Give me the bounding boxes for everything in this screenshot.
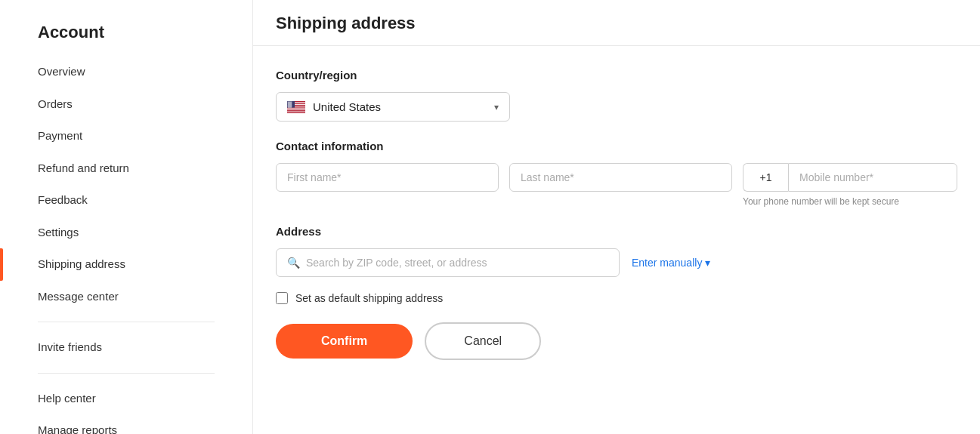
- svg-point-38: [289, 104, 290, 105]
- last-name-input[interactable]: [509, 163, 732, 192]
- svg-point-20: [288, 102, 289, 103]
- main-content: Shipping address Country/region: [253, 0, 980, 434]
- svg-point-48: [289, 106, 289, 106]
- svg-point-51: [291, 106, 292, 106]
- address-section-label: Address: [276, 225, 957, 238]
- sidebar-item-settings[interactable]: Settings: [0, 217, 252, 249]
- sidebar-divider-2: [38, 373, 215, 374]
- sidebar-item-invite-friends[interactable]: Invite friends: [0, 331, 252, 364]
- chevron-down-icon-manual: ▾: [705, 257, 710, 269]
- sidebar-title: Account: [0, 15, 252, 56]
- sidebar-item-feedback[interactable]: Feedback: [0, 184, 252, 217]
- svg-point-21: [289, 102, 289, 103]
- cancel-button[interactable]: Cancel: [425, 322, 541, 360]
- svg-point-19: [292, 101, 292, 102]
- svg-point-37: [289, 104, 289, 105]
- us-flag-icon: [287, 101, 305, 113]
- contact-row: +1 Your phone number will be kept secure: [276, 163, 957, 207]
- svg-point-34: [290, 103, 291, 104]
- svg-point-46: [291, 105, 292, 106]
- default-address-row: Set as default shipping address: [276, 292, 957, 304]
- svg-point-31: [288, 103, 289, 104]
- svg-point-41: [292, 104, 292, 105]
- phone-prefix: +1: [743, 163, 788, 192]
- svg-point-42: [288, 105, 289, 106]
- svg-point-54: [289, 106, 289, 107]
- country-name: United States: [313, 100, 488, 113]
- svg-rect-8: [287, 108, 305, 109]
- svg-point-15: [289, 101, 289, 102]
- address-section: Address 🔍 Enter manually ▾: [276, 225, 957, 277]
- phone-group: +1: [743, 163, 957, 192]
- sidebar-item-manage-reports[interactable]: Manage reports: [0, 414, 252, 434]
- phone-note: Your phone number will be kept secure: [743, 196, 957, 207]
- sidebar-divider-1: [38, 322, 215, 322]
- svg-point-35: [291, 103, 292, 104]
- default-address-checkbox[interactable]: [276, 292, 288, 304]
- svg-point-32: [289, 103, 289, 104]
- address-row: 🔍 Enter manually ▾: [276, 248, 957, 277]
- svg-point-23: [290, 102, 291, 103]
- country-select[interactable]: United States ▾: [276, 92, 510, 122]
- svg-point-30: [292, 103, 292, 103]
- svg-rect-7: [287, 107, 305, 108]
- svg-point-28: [290, 103, 291, 103]
- svg-point-52: [292, 106, 292, 106]
- form-area: Country/region: [253, 46, 980, 383]
- svg-point-17: [290, 101, 291, 102]
- svg-point-24: [291, 102, 292, 103]
- sidebar-item-message-center[interactable]: Message center: [0, 281, 252, 313]
- sidebar: Account Overview Orders Payment Refund a…: [0, 0, 253, 434]
- svg-rect-9: [287, 109, 305, 110]
- svg-point-53: [288, 106, 289, 107]
- svg-rect-12: [287, 112, 305, 112]
- svg-point-47: [288, 106, 289, 106]
- contact-section-label: Contact information: [276, 140, 957, 152]
- sidebar-item-payment[interactable]: Payment: [0, 120, 252, 152]
- sidebar-item-shipping-address[interactable]: Shipping address: [0, 248, 252, 281]
- svg-point-18: [291, 101, 292, 102]
- enter-manually-button[interactable]: Enter manually ▾: [632, 257, 710, 269]
- svg-point-43: [289, 105, 289, 106]
- svg-point-16: [289, 101, 290, 102]
- svg-point-26: [289, 103, 289, 103]
- svg-point-36: [288, 104, 289, 105]
- sidebar-item-overview[interactable]: Overview: [0, 56, 252, 88]
- search-icon: 🔍: [287, 257, 300, 269]
- sidebar-item-help-center[interactable]: Help center: [0, 383, 252, 415]
- svg-rect-10: [287, 110, 305, 111]
- svg-point-14: [288, 101, 289, 102]
- svg-point-22: [289, 102, 290, 103]
- confirm-button[interactable]: Confirm: [276, 324, 413, 359]
- svg-point-39: [290, 104, 291, 105]
- svg-point-56: [290, 106, 291, 107]
- page-header: Shipping address: [253, 0, 980, 46]
- address-search-wrapper[interactable]: 🔍: [276, 248, 620, 277]
- svg-point-50: [290, 106, 291, 106]
- enter-manually-label: Enter manually: [632, 257, 702, 269]
- button-row: Confirm Cancel: [276, 322, 957, 360]
- phone-number-input[interactable]: [788, 163, 957, 192]
- svg-point-49: [289, 106, 290, 106]
- svg-point-57: [291, 106, 292, 107]
- svg-point-25: [288, 103, 289, 103]
- svg-point-44: [289, 105, 290, 106]
- default-address-label: Set as default shipping address: [295, 292, 443, 304]
- svg-point-33: [289, 103, 290, 104]
- svg-point-40: [291, 104, 292, 105]
- svg-point-29: [291, 103, 292, 103]
- page-title: Shipping address: [276, 14, 957, 33]
- country-section-label: Country/region: [276, 69, 957, 82]
- svg-point-55: [289, 106, 290, 107]
- address-search-input[interactable]: [306, 257, 608, 269]
- svg-rect-11: [287, 111, 305, 112]
- svg-point-45: [290, 105, 291, 106]
- first-name-input[interactable]: [276, 163, 499, 192]
- sidebar-item-refund-return[interactable]: Refund and return: [0, 152, 252, 185]
- sidebar-item-orders[interactable]: Orders: [0, 88, 252, 121]
- chevron-down-icon: ▾: [494, 102, 499, 112]
- svg-point-27: [289, 103, 290, 103]
